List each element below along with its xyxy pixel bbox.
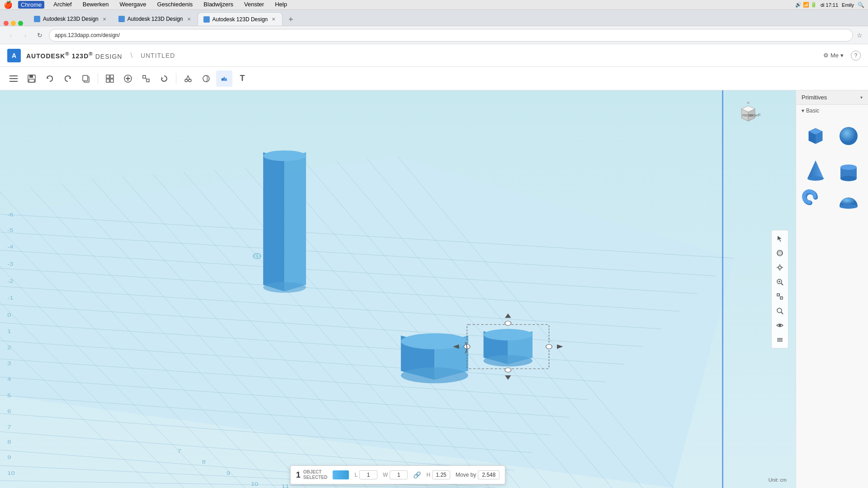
primitive-torus[interactable] xyxy=(800,187,831,219)
tab-2[interactable]: Autodesk 123D Design ✕ xyxy=(113,12,198,26)
tab-1-close[interactable]: ✕ xyxy=(101,16,108,22)
h-value[interactable]: 1.25 xyxy=(432,470,450,479)
weergave-menu[interactable]: Weergave xyxy=(118,1,148,9)
l-value[interactable]: 1 xyxy=(359,470,377,479)
tab-3-close[interactable]: ✕ xyxy=(270,16,277,23)
layers-tool[interactable] xyxy=(774,333,786,346)
color-swatch[interactable] xyxy=(333,470,349,479)
viewport[interactable]: -6 -5 -4 -3 -2 -1 0 1 2 3 4 5 6 7 xyxy=(0,90,796,488)
help-button[interactable]: ? xyxy=(851,51,861,61)
svg-text:7: 7 xyxy=(178,448,181,454)
spotlight[interactable]: 🔍 xyxy=(858,2,864,8)
svg-rect-2 xyxy=(9,81,18,82)
user-name: Emily xyxy=(842,2,854,8)
maximize-button[interactable] xyxy=(18,21,23,26)
refresh-button[interactable] xyxy=(156,70,172,87)
svg-rect-121 xyxy=(778,266,781,269)
svg-rect-13 xyxy=(110,79,113,82)
tab-2-close[interactable]: ✕ xyxy=(186,16,192,22)
geschiedenis-menu[interactable]: Geschiedenis xyxy=(156,1,195,9)
cut-button[interactable] xyxy=(180,70,196,87)
zoom-tool[interactable] xyxy=(774,276,786,288)
status-bar: 1 OBJECT SELECTED L 1 W 1 xyxy=(290,465,505,484)
url-bar[interactable]: apps.123dapp.com/design/ xyxy=(49,29,853,42)
minimize-button[interactable] xyxy=(11,21,16,26)
svg-point-130 xyxy=(777,308,782,313)
archief-menu[interactable]: Archief xyxy=(52,1,73,9)
toolbar-divider-1 xyxy=(98,73,98,84)
select-tool[interactable] xyxy=(774,232,786,245)
undo-button[interactable] xyxy=(42,70,58,87)
w-value[interactable]: 1 xyxy=(390,470,408,479)
tab-bar: Autodesk 123D Design ✕ Autodesk 123D Des… xyxy=(0,10,868,26)
add-button[interactable] xyxy=(120,70,136,87)
separator: \ xyxy=(130,52,132,60)
me-button[interactable]: ⚙ Me ▾ xyxy=(820,50,847,61)
svg-text:1: 1 xyxy=(7,328,11,334)
tab-1-favicon xyxy=(34,16,40,22)
svg-text:10: 10 xyxy=(251,481,259,487)
panel-resize-handle[interactable] xyxy=(722,90,723,488)
new-tab-button[interactable]: + xyxy=(284,13,297,26)
back-button[interactable]: ‹ xyxy=(5,30,16,41)
move-value[interactable]: 2.548 xyxy=(478,470,500,479)
scale-button[interactable] xyxy=(138,70,154,87)
save-button[interactable] xyxy=(24,70,40,87)
h-label: H xyxy=(426,472,430,478)
menu-button[interactable] xyxy=(5,70,22,87)
orbit-tool[interactable] xyxy=(774,247,786,259)
fit-tool[interactable] xyxy=(774,290,786,303)
apple-menu[interactable]: 🍎 xyxy=(4,0,13,9)
primitive-hemisphere[interactable] xyxy=(833,187,865,219)
link-icon[interactable]: 🔗 xyxy=(413,471,421,479)
copy-button[interactable] xyxy=(78,70,94,87)
eye-tool[interactable] xyxy=(774,319,786,332)
system-tray: 🔊 📶 🔋 xyxy=(795,2,817,8)
primitives-dropdown[interactable]: ▾ xyxy=(860,95,863,100)
pan-tool[interactable] xyxy=(774,261,786,274)
grid-button[interactable] xyxy=(102,70,118,87)
width-field: W 1 xyxy=(383,470,408,479)
svg-point-140 xyxy=(840,127,858,145)
svg-text:E: E xyxy=(759,113,761,117)
svg-rect-11 xyxy=(110,75,113,78)
solid-view-button[interactable] xyxy=(216,70,232,87)
svg-text:-4: -4 xyxy=(7,244,13,249)
svg-marker-20 xyxy=(161,77,163,79)
svg-line-19 xyxy=(146,78,146,79)
tab-3[interactable]: Autodesk 123D Design ✕ xyxy=(198,12,283,26)
text-button[interactable]: T xyxy=(234,70,250,87)
basic-section-header[interactable]: ▾ Basic xyxy=(796,105,868,117)
svg-rect-9 xyxy=(83,75,88,81)
primitive-cone[interactable] xyxy=(800,154,831,185)
venster-menu[interactable]: Venster xyxy=(242,1,266,9)
close-button[interactable] xyxy=(4,21,9,26)
primitive-box[interactable] xyxy=(800,120,831,152)
chrome-menu[interactable]: Chrome xyxy=(18,1,44,9)
redo-button[interactable] xyxy=(60,70,76,87)
svg-marker-6 xyxy=(47,77,49,79)
svg-point-146 xyxy=(840,204,858,209)
project-name: UNTITLED xyxy=(141,52,175,59)
primitive-sphere[interactable] xyxy=(833,120,865,152)
bladwijzers-menu[interactable]: Bladwijzers xyxy=(202,1,235,9)
zoom-in-tool[interactable] xyxy=(774,305,786,317)
svg-point-145 xyxy=(840,176,857,181)
svg-point-94 xyxy=(401,367,468,383)
view-tools-panel xyxy=(771,230,788,348)
primitive-cylinder[interactable] xyxy=(833,154,865,185)
bookmark-button[interactable]: ☆ xyxy=(857,32,863,39)
view-cube[interactable]: FRONT RIGHT N E xyxy=(732,98,764,129)
forward-button[interactable]: › xyxy=(20,30,31,41)
svg-rect-12 xyxy=(106,79,109,82)
tab-1[interactable]: Autodesk 123D Design ✕ xyxy=(28,12,113,26)
tab-2-favicon xyxy=(118,16,125,22)
svg-text:8: 8 xyxy=(202,459,206,465)
bewerken-menu[interactable]: Bewerken xyxy=(81,1,111,9)
svg-text:-6: -6 xyxy=(7,212,13,217)
reload-button[interactable]: ↻ xyxy=(34,30,45,41)
primitives-header: Primitives ▾ xyxy=(796,90,868,105)
svg-marker-87 xyxy=(263,152,284,291)
help-menu[interactable]: Help xyxy=(273,1,289,9)
material-button[interactable] xyxy=(198,70,214,87)
